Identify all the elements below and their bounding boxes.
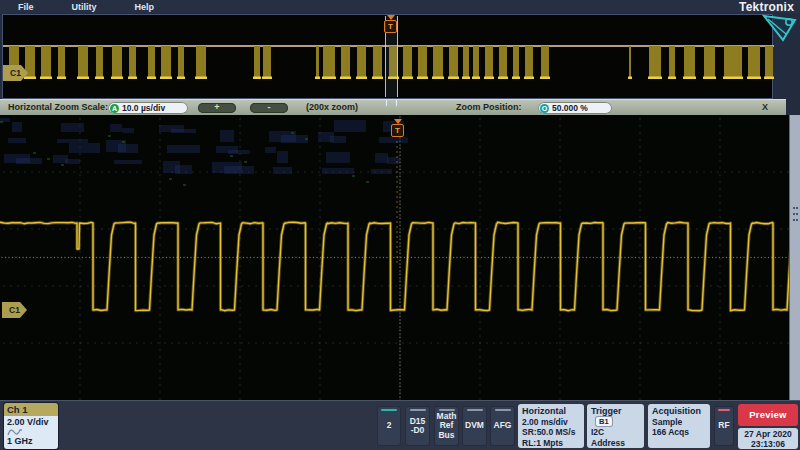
afg-label: AFG [494, 421, 512, 431]
zoom-overview-icon[interactable] [762, 14, 798, 42]
coupling-row [7, 428, 55, 436]
digital-accent [410, 409, 426, 411]
horizontal-title: Horizontal [522, 406, 580, 417]
overview-panel[interactable]: C1 T [2, 14, 773, 99]
status-bar: Ch 1 2.00 V/div 1 GHz 2 D15 -D0 Math [0, 400, 800, 450]
trigger-t-label: T [391, 124, 404, 137]
menu-help[interactable]: Help [135, 2, 155, 12]
horizontal-zoom-bar: Horizontal Zoom Scale: A 10.0 µs/div + -… [0, 99, 786, 115]
trigger-settings-badge[interactable]: TriggerB1 I2C Address [587, 404, 644, 448]
channel-1-badge[interactable]: Ch 1 2.00 V/div 1 GHz [4, 403, 58, 449]
zoom-position-label: Zoom Position: [456, 102, 522, 112]
trigger-t-label: T [384, 20, 397, 33]
oscilloscope-screen: File Utility Help Tektronix C1 T Horizon… [0, 0, 800, 450]
zoom-factor-label: (200x zoom) [306, 102, 358, 112]
zoom-in-button[interactable]: + [198, 103, 236, 113]
tektronix-logo: Tektronix [739, 0, 794, 14]
menu-file[interactable]: File [18, 2, 34, 12]
digital-label-2: -D0 [411, 426, 425, 436]
zoom-scale-label: Horizontal Zoom Scale: [8, 102, 108, 112]
channel-1-scale: 2.00 V/div [7, 417, 55, 428]
coupling-icon [7, 428, 23, 436]
menu-utility[interactable]: Utility [72, 2, 97, 12]
zoom-position-control[interactable]: O 50.000 % [538, 102, 612, 114]
trigger-type: I2C [591, 427, 640, 438]
grip-dots-icon [792, 205, 798, 223]
channel-2-button[interactable]: 2 [377, 406, 401, 446]
time-label: 23:13:06 [738, 439, 798, 449]
channel-1-bandwidth: 1 GHz [7, 436, 55, 447]
rf-label: RF [718, 421, 729, 431]
acquisition-badge[interactable]: Acquisition Sample 166 Acqs [648, 404, 710, 448]
channel-1-body: 2.00 V/div 1 GHz [4, 416, 58, 449]
preview-button[interactable]: Preview [738, 404, 798, 426]
trigger-mode: Address [591, 438, 640, 449]
trigger-title: Trigger [591, 406, 622, 416]
menu-bar: File Utility Help Tektronix [0, 0, 800, 13]
rf-accent [718, 409, 731, 411]
acquisition-title: Acquisition [652, 406, 706, 417]
zoom-close-button[interactable]: X [762, 102, 768, 112]
channel-1-title: Ch 1 [4, 403, 58, 416]
zoom-scale-value: 10.0 µs/div [122, 103, 165, 113]
record-length: RL:1 Mpts [522, 438, 580, 449]
trigger-b1-badge: B1 [596, 417, 612, 426]
horizontal-settings-badge[interactable]: Horizontal 2.00 ms/div SR:50.0 MS/s RL:1… [518, 404, 584, 448]
acquisition-mode: Sample [652, 417, 706, 428]
dvm-accent [467, 409, 483, 411]
zoomed-waveform-svg [0, 115, 800, 400]
math-accent [439, 409, 455, 411]
knob-o-icon: O [540, 104, 549, 113]
waveform-display[interactable]: T C1 [0, 115, 800, 400]
main-trigger-marker[interactable]: T [391, 119, 404, 137]
overview-trigger-marker[interactable]: T [384, 15, 397, 33]
afg-accent [495, 409, 511, 411]
knob-a-icon: A [110, 104, 119, 113]
afg-button[interactable]: AFG [490, 406, 515, 446]
zoom-window-stem[interactable] [386, 100, 397, 106]
zoom-out-button[interactable]: - [250, 103, 288, 113]
digital-channels-button[interactable]: D15 -D0 [405, 406, 430, 446]
rf-button[interactable]: RF [714, 406, 734, 446]
dvm-button[interactable]: DVM [462, 406, 487, 446]
date-label: 27 Apr 2020 [738, 429, 798, 439]
horizontal-scale: 2.00 ms/div [522, 417, 580, 428]
zoom-scale-control[interactable]: A 10.0 µs/div [108, 102, 188, 114]
zoom-position-value: 50.000 % [552, 103, 588, 113]
bus-label: Bus [438, 431, 454, 441]
math-ref-bus-button[interactable]: Math Ref Bus [434, 406, 459, 446]
zoom-glyph [762, 14, 798, 42]
channel-2-accent [381, 409, 396, 411]
datetime-badge[interactable]: 27 Apr 2020 23:13:06 [738, 428, 798, 449]
trigger-title-row: TriggerB1 [591, 406, 640, 427]
dvm-label: DVM [465, 421, 484, 431]
sample-rate: SR:50.0 MS/s [522, 427, 580, 438]
acquisition-count: 166 Acqs [652, 427, 706, 438]
channel-2-label: 2 [387, 421, 392, 431]
scroll-handle[interactable] [789, 115, 800, 400]
